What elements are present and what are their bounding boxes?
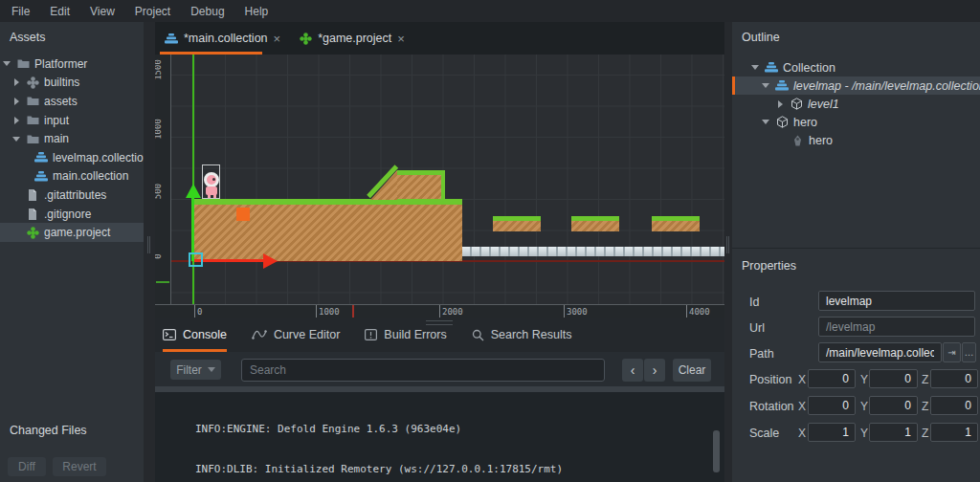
tab-console[interactable]: Console <box>163 328 227 341</box>
metal-platform[interactable] <box>462 247 724 256</box>
asset-folder-main[interactable]: main <box>0 129 144 148</box>
expand-arrow-icon[interactable] <box>11 137 21 142</box>
rotation-z-field[interactable] <box>930 396 978 415</box>
spawn-marker[interactable] <box>236 208 250 221</box>
asset-folder-assets[interactable]: assets <box>0 92 144 111</box>
url-field[interactable] <box>818 317 975 337</box>
ruler-label: 2000 <box>442 307 463 317</box>
move-gizmo-y-arrow[interactable] <box>191 197 194 261</box>
rotation-y-field[interactable] <box>869 396 918 415</box>
move-gizmo-x-arrowhead[interactable] <box>263 253 278 269</box>
asset-folder-platformer[interactable]: Platformer <box>0 55 144 74</box>
menu-debug[interactable]: Debug <box>190 5 224 18</box>
outline-label: level1 <box>808 98 839 111</box>
console-scrollbar[interactable] <box>713 430 720 472</box>
outline-label: Collection <box>783 61 835 75</box>
ruler-label: 3000 <box>567 307 588 317</box>
raised-platform[interactable] <box>397 170 445 199</box>
tab-label: Console <box>183 328 227 341</box>
game-object-icon <box>775 116 789 128</box>
collapse-arrow-icon[interactable] <box>11 117 21 124</box>
position-x-field[interactable] <box>808 369 856 388</box>
goto-resource-button[interactable]: ⇥ <box>943 342 961 362</box>
outline-item-collection[interactable]: Collection <box>732 58 980 77</box>
move-gizmo-xy-handle[interactable] <box>189 252 203 267</box>
console-toolbar: Filter ‹ › Clear <box>155 352 724 386</box>
tab-build-errors[interactable]: Build Errors <box>365 328 446 341</box>
asset-folder-builtins[interactable]: builtins <box>0 74 144 93</box>
ruler-label: 4000 <box>689 307 710 317</box>
panel-splitter-left[interactable] <box>144 22 155 482</box>
log-line: INFO:DLIB: Initialized Remotery (ws://12… <box>195 463 563 476</box>
rotation-x-field[interactable] <box>808 396 856 415</box>
expand-arrow-icon[interactable] <box>761 120 770 124</box>
folder-icon <box>26 96 39 106</box>
move-gizmo-x-arrow[interactable] <box>194 259 263 262</box>
console-output[interactable]: INFO:ENGINE: Defold Engine 1.6.3 (963e04… <box>155 386 724 482</box>
menu-project[interactable]: Project <box>135 5 170 18</box>
browse-resource-button[interactable]: … <box>962 342 976 362</box>
clear-console-button[interactable]: Clear <box>673 359 711 382</box>
builtins-icon <box>26 77 39 89</box>
position-y-field[interactable] <box>869 369 918 388</box>
asset-file-levelmap-collection[interactable]: levelmap.collection <box>0 148 144 167</box>
move-gizmo-y-arrowhead[interactable] <box>186 184 201 198</box>
floating-platform-1[interactable] <box>493 216 541 231</box>
tab-curve-editor[interactable]: Curve Editor <box>252 328 340 341</box>
hero-leg <box>213 194 216 198</box>
collapse-arrow-icon[interactable] <box>11 98 21 105</box>
prev-match-button[interactable]: ‹ <box>622 359 643 382</box>
folder-icon <box>26 115 39 125</box>
hero-sprite[interactable] <box>204 172 219 187</box>
asset-file-gitignore[interactable]: .gitignore <box>0 205 144 224</box>
hero-eye <box>212 178 215 181</box>
x-axis-label: X <box>798 400 806 413</box>
diff-button[interactable]: Diff <box>8 457 46 476</box>
outline-item-hero-sprite[interactable]: hero <box>732 131 980 149</box>
asset-file-game-project[interactable]: game.project <box>0 223 144 242</box>
position-z-field[interactable] <box>930 369 978 388</box>
assets-tree: Platformer builtins assets input main le… <box>0 55 144 242</box>
path-field[interactable] <box>818 342 942 362</box>
hero-leg <box>208 194 211 198</box>
floating-platform-2[interactable] <box>571 216 619 231</box>
expand-arrow-icon[interactable] <box>761 83 770 88</box>
collapse-arrow-icon[interactable] <box>11 78 21 86</box>
ground-platform[interactable] <box>194 199 462 261</box>
menu-view[interactable]: View <box>90 5 115 18</box>
collection-icon <box>775 80 789 91</box>
outline-item-levelmap[interactable]: levelmap - /main/levelmap.collection <box>732 77 980 95</box>
menu-file[interactable]: File <box>11 5 30 18</box>
outline-item-hero[interactable]: hero <box>732 113 980 131</box>
filter-dropdown[interactable]: Filter <box>170 360 221 380</box>
asset-file-main-collection[interactable]: main.collection <box>0 167 144 186</box>
revert-button[interactable]: Revert <box>53 457 106 476</box>
search-icon <box>472 329 484 341</box>
asset-file-gitattributes[interactable]: .gitattributes <box>0 186 144 205</box>
tab-main-collection[interactable]: *main.collection × <box>155 22 290 55</box>
asset-folder-input[interactable]: input <box>0 111 144 130</box>
scale-z-field[interactable] <box>930 423 978 442</box>
scene-viewport[interactable]: 1500 1000 500 0 0 1000 2000 3000 4000 <box>155 55 724 318</box>
tab-label: *main.collection <box>184 32 268 45</box>
z-axis-label: Z <box>922 400 928 413</box>
floating-platform-3[interactable] <box>652 216 700 231</box>
menu-help[interactable]: Help <box>245 5 269 18</box>
next-match-button[interactable]: › <box>644 359 665 382</box>
menu-edit[interactable]: Edit <box>50 5 70 18</box>
expand-arrow-icon[interactable] <box>750 65 760 70</box>
close-icon[interactable]: × <box>397 32 405 46</box>
outline-label: levelmap - /main/levelmap.collection <box>793 79 980 93</box>
scale-x-field[interactable] <box>808 423 856 442</box>
expand-arrow-icon[interactable] <box>2 61 11 66</box>
collapse-arrow-icon[interactable] <box>775 100 785 108</box>
tab-search-results[interactable]: Search Results <box>472 328 572 341</box>
scale-y-field[interactable] <box>869 423 918 442</box>
outline-item-level1[interactable]: level1 <box>732 95 980 113</box>
close-icon[interactable]: × <box>274 32 281 46</box>
tab-game-project[interactable]: *game.project × <box>290 22 414 55</box>
console-search-input[interactable] <box>241 359 605 382</box>
panel-splitter-right[interactable] <box>724 22 732 482</box>
outline-properties-divider[interactable] <box>732 248 980 249</box>
id-field[interactable] <box>818 291 975 311</box>
